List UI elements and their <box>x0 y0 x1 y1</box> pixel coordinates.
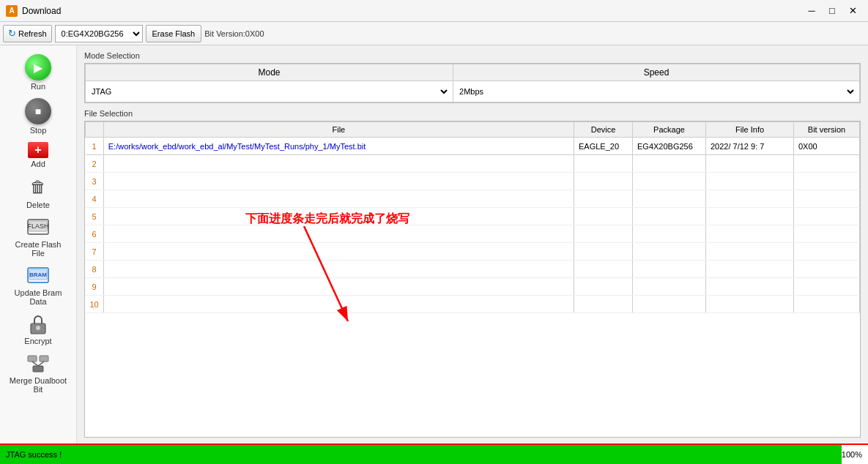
restore-button[interactable]: □ <box>823 4 842 18</box>
svg-text:FLASH: FLASH <box>27 222 48 230</box>
add-label: Add <box>31 160 45 168</box>
mode-table: Mode Speed JTAG <box>85 64 860 102</box>
sidebar-item-merge-dualboot[interactable]: Merge Dualboot Bit <box>5 350 71 397</box>
speed-select[interactable]: 2Mbps <box>456 83 856 100</box>
create-flash-icon: FLASH <box>26 218 50 237</box>
row-bitversion <box>794 243 860 261</box>
file-table: File Device Package File Info Bit versio… <box>85 121 860 313</box>
row-bitversion <box>794 173 860 190</box>
table-row[interactable]: 5 <box>86 208 860 225</box>
row-file <box>103 225 574 243</box>
mode-col-header: Mode <box>86 64 453 81</box>
svg-line-11 <box>32 362 38 366</box>
row-num: 1 <box>86 138 104 155</box>
row-bitversion <box>794 190 860 208</box>
row-file: E:/works/work_ebd/work_ebd_al/MyTest/MyT… <box>103 138 574 155</box>
row-device <box>574 208 633 225</box>
row-device <box>574 225 633 243</box>
row-bitversion: 0X00 <box>794 138 860 155</box>
sidebar: ▶ Run ■ Stop + Add 🗑 Delete FLASH <box>0 45 77 444</box>
table-row[interactable]: 3 <box>86 173 860 190</box>
table-row[interactable]: 2 <box>86 155 860 173</box>
row-bitversion <box>794 155 860 173</box>
row-package <box>633 225 706 243</box>
mode-select[interactable]: JTAG <box>89 83 450 100</box>
merge-icon <box>26 354 50 373</box>
delete-label: Delete <box>26 201 50 209</box>
row-file <box>103 278 574 296</box>
row-file <box>103 190 574 208</box>
minimize-button[interactable]: ─ <box>802 4 821 18</box>
sidebar-item-stop[interactable]: ■ Stop <box>5 95 71 138</box>
svg-line-12 <box>38 362 44 366</box>
row-device <box>574 296 633 313</box>
bram-icon: BRAM <box>26 266 50 285</box>
stop-label: Stop <box>30 126 47 135</box>
row-package <box>633 155 706 173</box>
row-num: 10 <box>86 296 104 313</box>
row-fileinfo <box>706 190 794 208</box>
file-section: File Selection File Device Package File … <box>84 109 861 438</box>
sidebar-item-add[interactable]: + Add <box>5 139 71 171</box>
row-fileinfo <box>706 225 794 243</box>
refresh-button[interactable]: ↻ Refresh <box>3 25 52 42</box>
row-bitversion <box>794 278 860 296</box>
delete-icon-wrap: 🗑 <box>27 176 49 199</box>
table-row[interactable]: 6 <box>86 225 860 243</box>
status-progress-bar <box>0 445 842 464</box>
table-row[interactable]: 8 <box>86 261 860 278</box>
table-row[interactable]: 9 <box>86 278 860 296</box>
sidebar-item-encrypt[interactable]: Encrypt <box>5 310 71 348</box>
row-num: 8 <box>86 261 104 278</box>
merge-dualboot-label: Merge Dualboot Bit <box>8 376 68 394</box>
row-num: 6 <box>86 225 104 243</box>
close-button[interactable]: ✕ <box>843 4 862 18</box>
status-text: JTAG success ! <box>0 450 67 459</box>
bram-icon-wrap: BRAM <box>25 265 51 287</box>
row-file <box>103 243 574 261</box>
table-row[interactable]: 4 <box>86 190 860 208</box>
erase-flash-button[interactable]: Erase Flash <box>146 25 202 42</box>
row-fileinfo <box>706 296 794 313</box>
title-bar: A Download ─ □ ✕ <box>0 0 868 22</box>
mode-cell[interactable]: JTAG <box>86 81 453 102</box>
col-num <box>86 122 104 138</box>
row-bitversion <box>794 261 860 278</box>
speed-cell[interactable]: 2Mbps <box>453 81 860 102</box>
row-device: EAGLE_20 <box>574 138 633 155</box>
sidebar-item-delete[interactable]: 🗑 Delete <box>5 173 71 212</box>
sidebar-item-run[interactable]: ▶ Run <box>5 51 71 94</box>
row-package <box>633 208 706 225</box>
sidebar-item-update-bram[interactable]: BRAM Update Bram Data <box>5 262 71 309</box>
row-fileinfo <box>706 208 794 225</box>
sidebar-item-create-flash[interactable]: FLASH Create Flash File <box>5 214 71 261</box>
row-num: 5 <box>86 208 104 225</box>
row-fileinfo <box>706 243 794 261</box>
svg-text:BRAM: BRAM <box>29 272 47 278</box>
row-file <box>103 296 574 313</box>
update-bram-label: Update Bram Data <box>8 288 68 306</box>
row-file <box>103 155 574 173</box>
row-fileinfo: 2022/ 7/12 9: 7 <box>706 138 794 155</box>
row-package <box>633 278 706 296</box>
content-area: Mode Selection Mode Speed JTAG <box>77 45 868 444</box>
col-file: File <box>103 122 574 138</box>
row-bitversion <box>794 225 860 243</box>
table-row[interactable]: 7 <box>86 243 860 261</box>
status-bar: JTAG success ! 100% <box>0 444 868 464</box>
row-device <box>574 190 633 208</box>
table-row[interactable]: 10 <box>86 296 860 313</box>
device-select[interactable]: 0:EG4X20BG256 <box>55 25 143 42</box>
row-bitversion <box>794 208 860 225</box>
table-row[interactable]: 1 E:/works/work_ebd/work_ebd_al/MyTest/M… <box>86 138 860 155</box>
row-package <box>633 190 706 208</box>
row-device <box>574 243 633 261</box>
refresh-label: Refresh <box>18 29 47 38</box>
svg-rect-8 <box>28 356 37 362</box>
flash-icon-wrap: FLASH <box>25 217 51 239</box>
col-bit-version: Bit version <box>794 122 860 138</box>
run-label: Run <box>31 82 45 91</box>
row-package <box>633 243 706 261</box>
row-package <box>633 261 706 278</box>
refresh-icon: ↻ <box>8 28 16 39</box>
